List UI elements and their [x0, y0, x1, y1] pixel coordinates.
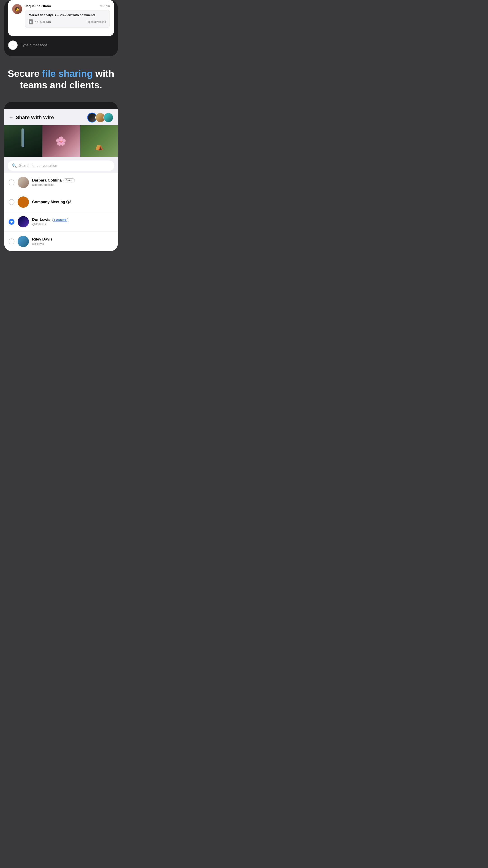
back-button[interactable]: ← Share With Wire [8, 115, 54, 121]
promo-section: Secure file sharing with teams and clien… [0, 56, 122, 102]
message-time: 9:51pm [100, 4, 110, 8]
contact-item-barbara[interactable]: Barbara Cotilina Guest @barbaracotilina [4, 173, 118, 192]
contact-info-dor: Dor Lewis Federated @dorlewis [32, 217, 113, 226]
file-attachment-bubble[interactable]: Market fit analysis – Preview with comme… [25, 10, 110, 28]
share-screen: ← Share With Wire 🔍 Search for conversat… [4, 109, 118, 251]
search-icon: 🔍 [12, 163, 17, 168]
share-title: Share With Wire [16, 115, 54, 121]
compose-placeholder[interactable]: Type a message [21, 43, 47, 47]
avatar-barbara [18, 177, 29, 188]
message-content: Jaqueline Olaho 9:51pm Market fit analys… [25, 4, 110, 28]
radio-dor[interactable] [8, 219, 14, 225]
tap-to-download[interactable]: Tap to download [86, 20, 106, 24]
tag-federated-dor: Federated [52, 218, 68, 222]
sender-avatar: 👩 [12, 4, 22, 14]
radio-riley[interactable] [8, 239, 14, 244]
top-phone-card: 👩 Jaqueline Olaho 9:51pm Market fit anal… [4, 0, 118, 56]
contact-info-barbara: Barbara Cotilina Guest @barbaracotilina [32, 178, 113, 186]
bottom-phone-card: ← Share With Wire 🔍 Search for conversat… [4, 102, 118, 251]
avatar-user3[interactable] [103, 113, 113, 123]
avatar-company [18, 196, 29, 208]
back-arrow-icon: ← [8, 115, 13, 121]
contact-name-dor: Dor Lewis Federated [32, 217, 113, 222]
contact-handle-dor: @dorlewis [32, 222, 113, 226]
search-bar-wrapper: 🔍 Search for conversation [4, 157, 118, 173]
contact-item-dor[interactable]: Dor Lewis Federated @dorlewis [4, 212, 118, 232]
share-header: ← Share With Wire [4, 109, 118, 125]
contact-info-riley: Riley Davis @r-davis [32, 237, 113, 246]
avatar-riley [18, 236, 29, 247]
avatar-stack [87, 113, 113, 123]
search-bar[interactable]: 🔍 Search for conversation [8, 160, 114, 171]
promo-text: Secure file sharing with teams and clien… [6, 68, 116, 91]
contact-handle-barbara: @barbaracotilina [32, 183, 113, 186]
contact-list: Barbara Cotilina Guest @barbaracotilina … [4, 173, 118, 251]
contact-handle-riley: @r-davis [32, 242, 113, 246]
radio-barbara[interactable] [8, 180, 14, 185]
file-size: PDF (336 KB) [34, 20, 51, 24]
notch [47, 103, 74, 108]
message-area: 👩 Jaqueline Olaho 9:51pm Market fit anal… [8, 0, 114, 36]
avatar-image: 👩 [12, 4, 22, 14]
document-icon: 📄 [29, 20, 33, 24]
promo-part1: Secure [8, 68, 42, 79]
contact-name-barbara: Barbara Cotilina Guest [32, 178, 113, 183]
message-header: Jaqueline Olaho 9:51pm [25, 4, 110, 8]
contact-name-company: Company Meeting Q3 [32, 200, 113, 204]
contact-name-riley: Riley Davis [32, 237, 113, 242]
message-row: 👩 Jaqueline Olaho 9:51pm Market fit anal… [12, 4, 110, 28]
photo-camping[interactable] [80, 125, 118, 157]
radio-company[interactable] [8, 199, 14, 205]
tag-guest-barbara: Guest [64, 178, 74, 182]
add-attachment-button[interactable]: + [8, 40, 18, 50]
sender-name: Jaqueline Olaho [25, 4, 51, 8]
radio-dot-dor [10, 221, 13, 223]
contact-item-company[interactable]: Company Meeting Q3 [4, 192, 118, 212]
notch-bar [4, 102, 118, 109]
compose-row: + Type a message [8, 40, 114, 50]
promo-highlight: file sharing [42, 68, 93, 79]
file-name: Market fit analysis – Preview with comme… [29, 13, 106, 17]
image-grid [4, 125, 118, 157]
photo-waterfall[interactable] [4, 125, 42, 157]
search-input[interactable]: Search for conversation [19, 164, 57, 168]
contact-info-company: Company Meeting Q3 [32, 200, 113, 204]
file-meta: 📄 PDF (336 KB) Tap to download [29, 20, 106, 24]
photo-flowers[interactable] [42, 125, 80, 157]
contact-item-riley[interactable]: Riley Davis @r-davis [4, 232, 118, 251]
avatar-dor [18, 216, 29, 227]
file-type-badge: 📄 PDF (336 KB) [29, 20, 51, 24]
